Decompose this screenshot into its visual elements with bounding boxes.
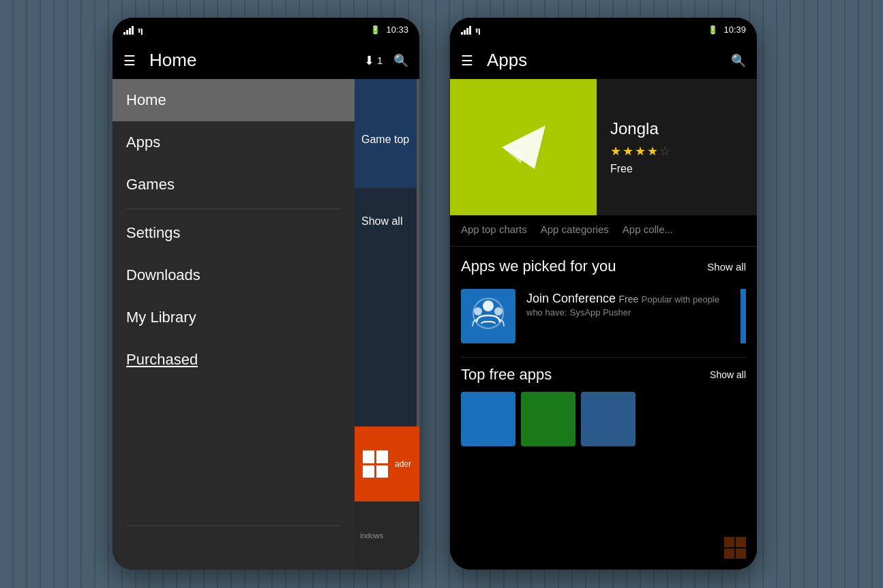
free-app-tile-1[interactable] xyxy=(461,392,515,446)
download-badge[interactable]: ⬇ 1 xyxy=(364,53,383,68)
featured-banner: Jongla ★★★★☆ Free xyxy=(450,79,757,215)
search-icon-left[interactable]: 🔍 xyxy=(393,53,408,68)
signal-bars-right xyxy=(461,25,471,35)
signal-icons-left: 𝛈 xyxy=(123,25,143,35)
bg-tile-text: ader xyxy=(395,459,411,469)
windows-logo-small-left xyxy=(363,450,388,478)
signal-icons-right: 𝛈 xyxy=(461,25,481,35)
paper-plane-svg xyxy=(496,120,551,174)
app-card-action-bar xyxy=(740,289,746,343)
svg-marker-0 xyxy=(502,125,545,169)
menu-item-home[interactable]: Home xyxy=(113,79,355,121)
wifi-icon: 𝛈 xyxy=(138,25,143,35)
battery-icon-right: 🔋 xyxy=(708,25,718,35)
hamburger-icon-right[interactable]: ☰ xyxy=(461,52,473,69)
battery-icon-left: 🔋 xyxy=(370,25,380,35)
tab-app-top-charts[interactable]: App top charts xyxy=(461,223,527,238)
page-title-right: Apps xyxy=(487,50,723,71)
top-bar-left: ☰ Home ⬇ 1 🔍 xyxy=(113,42,419,79)
menu-item-purchased[interactable]: Purchased xyxy=(113,339,355,381)
featured-app-name: Jongla xyxy=(610,119,743,138)
free-app-tile-3[interactable] xyxy=(581,392,635,446)
app-card-desc-line2: SysApp Pusher xyxy=(570,307,631,318)
top-free-section: Top free apps Show all xyxy=(450,366,757,454)
join-conference-icon xyxy=(461,289,515,343)
bg-content: Game top Show all ader indows xyxy=(355,79,419,570)
tab-app-categories[interactable]: App categories xyxy=(541,223,609,238)
windows-watermark-right xyxy=(724,537,746,559)
app-card-join-conference[interactable]: Join Conference Free Popular with people… xyxy=(450,283,757,349)
left-content: Home Apps Games Settings Downloads My Li… xyxy=(113,79,419,570)
right-content: Jongla ★★★★☆ Free App top charts App cat… xyxy=(450,79,757,570)
picked-section-title: Apps we picked for you xyxy=(461,258,616,275)
top-bar-right: ☰ Apps 🔍 xyxy=(450,42,757,79)
status-time-right: 10:39 xyxy=(723,25,746,35)
featured-app-info: Jongla ★★★★☆ Free xyxy=(597,79,757,215)
picked-section-header: Apps we picked for you Show all xyxy=(450,247,757,283)
top-bar-icons-right: 🔍 xyxy=(731,53,746,68)
free-app-tile-2[interactable] xyxy=(521,392,575,446)
wifi-icon-right: 𝛈 xyxy=(475,25,481,35)
svg-point-4 xyxy=(494,307,503,315)
app-card-name: Join Conference xyxy=(526,292,616,305)
section-divider xyxy=(461,357,746,358)
svg-point-3 xyxy=(474,307,482,315)
win-logo-right xyxy=(724,537,746,559)
menu-panel: Home Apps Games Settings Downloads My Li… xyxy=(113,79,355,570)
top-free-apps-list xyxy=(461,392,746,446)
app-tabs: App top charts App categories App colle.… xyxy=(450,215,757,247)
app-card-info: Join Conference Free Popular with people… xyxy=(526,289,730,319)
hamburger-icon-left[interactable]: ☰ xyxy=(123,52,136,69)
search-icon-right[interactable]: 🔍 xyxy=(731,53,746,68)
phone-left: 𝛈 🔋 10:33 ☰ Home ⬇ 1 🔍 Home Apps Games xyxy=(113,18,419,570)
stars-filled: ★★★★ xyxy=(610,144,659,158)
top-free-show-all[interactable]: Show all xyxy=(710,369,746,380)
menu-item-games[interactable]: Games xyxy=(113,164,355,206)
menu-item-settings[interactable]: Settings xyxy=(113,212,355,254)
menu-divider-1 xyxy=(126,208,341,209)
featured-app-icon xyxy=(450,79,597,215)
top-free-title: Top free apps xyxy=(461,366,552,384)
top-free-header: Top free apps Show all xyxy=(461,366,746,384)
menu-item-downloads[interactable]: Downloads xyxy=(113,254,355,296)
bg-game-text: Game top xyxy=(361,134,409,146)
featured-app-stars: ★★★★☆ xyxy=(610,144,743,159)
page-title-left: Home xyxy=(149,50,356,71)
bg-bottom-tile: ader xyxy=(355,427,419,501)
download-icon: ⬇ xyxy=(364,53,374,68)
status-bar-left: 𝛈 🔋 10:33 xyxy=(113,18,419,42)
star-empty: ☆ xyxy=(659,144,672,158)
bg-show-all: Show all xyxy=(361,215,402,228)
svg-point-2 xyxy=(483,300,494,311)
status-time-left: 10:33 xyxy=(386,25,408,35)
signal-bars xyxy=(123,25,134,35)
top-bar-icons-left: ⬇ 1 🔍 xyxy=(364,53,408,68)
menu-item-apps[interactable]: Apps xyxy=(113,121,355,164)
conference-svg xyxy=(471,296,505,337)
tab-app-collections[interactable]: App colle... xyxy=(623,223,673,238)
picked-show-all[interactable]: Show all xyxy=(707,261,746,273)
bg-bottom-bar: indows xyxy=(355,501,419,570)
download-count: 1 xyxy=(377,55,383,66)
menu-divider-2 xyxy=(126,525,341,526)
featured-app-price: Free xyxy=(610,163,743,175)
status-bar-right: 𝛈 🔋 10:39 xyxy=(450,18,757,42)
menu-item-my-library[interactable]: My Library xyxy=(113,296,355,339)
app-card-price: Free xyxy=(619,294,639,305)
phone-right: 𝛈 🔋 10:39 ☰ Apps 🔍 Jongla ★★★★☆ xyxy=(450,18,757,570)
